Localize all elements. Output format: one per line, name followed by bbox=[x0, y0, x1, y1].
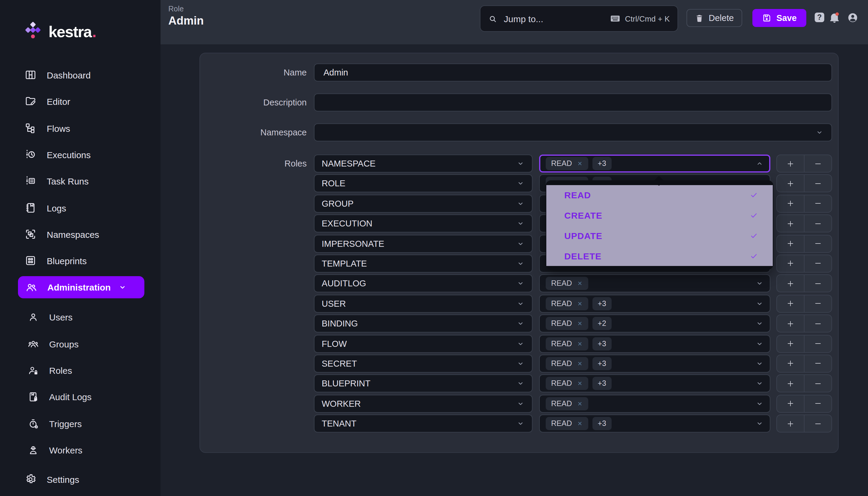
remove-row-button[interactable] bbox=[804, 195, 832, 212]
dropdown-option-create[interactable]: CREATE bbox=[546, 205, 773, 226]
remove-row-button[interactable] bbox=[804, 415, 832, 432]
remove-tag-icon[interactable] bbox=[577, 401, 583, 406]
sidebar-item-groups[interactable]: Groups bbox=[0, 333, 160, 355]
resource-select[interactable]: FLOW bbox=[314, 335, 532, 353]
resource-select[interactable]: TEMPLATE bbox=[314, 254, 532, 273]
sidebar-item-blueprints[interactable]: Blueprints bbox=[0, 250, 160, 272]
dropdown-option-update[interactable]: UPDATE bbox=[546, 226, 773, 246]
permissions-select[interactable]: READ+3 bbox=[539, 415, 770, 433]
help-icon[interactable]: ? bbox=[815, 13, 824, 22]
account-avatar-icon[interactable] bbox=[847, 12, 858, 24]
add-row-button[interactable] bbox=[777, 375, 804, 392]
sidebar-item-dashboard[interactable]: Dashboard bbox=[0, 64, 160, 86]
resource-select[interactable]: SECRET bbox=[314, 355, 532, 373]
add-row-button[interactable] bbox=[777, 355, 804, 372]
add-row-button[interactable] bbox=[777, 315, 804, 332]
remove-row-button[interactable] bbox=[804, 155, 832, 172]
resource-select[interactable]: AUDITLOG bbox=[314, 275, 532, 293]
permissions-select[interactable]: READ+3 bbox=[539, 355, 770, 373]
remove-row-button[interactable] bbox=[804, 395, 832, 412]
add-row-button[interactable] bbox=[777, 155, 804, 172]
sidebar-item-namespaces[interactable]: Namespaces bbox=[0, 223, 160, 245]
resource-select[interactable]: GROUP bbox=[314, 195, 532, 213]
chevron-down-icon bbox=[755, 279, 764, 288]
remove-tag-icon[interactable] bbox=[577, 341, 583, 346]
add-row-button[interactable] bbox=[777, 195, 804, 212]
add-row-button[interactable] bbox=[777, 235, 804, 252]
sidebar-item-triggers[interactable]: Triggers bbox=[0, 413, 160, 434]
permissions-select[interactable]: READ+3 bbox=[539, 375, 770, 393]
sidebar-item-flows[interactable]: Flows bbox=[0, 118, 160, 139]
permissions-select[interactable]: READ bbox=[539, 394, 770, 413]
permission-tag: READ bbox=[546, 417, 588, 430]
add-row-button[interactable] bbox=[777, 335, 804, 352]
folder-edit-icon bbox=[25, 95, 36, 107]
account-lock-icon bbox=[28, 365, 39, 376]
sidebar-item-editor[interactable]: Editor bbox=[0, 91, 160, 112]
dropdown-option-read[interactable]: READ bbox=[546, 185, 773, 205]
resource-select[interactable]: EXECUTION bbox=[314, 215, 532, 232]
permissions-select[interactable]: READ+3 bbox=[539, 294, 770, 312]
sidebar-item-executions[interactable]: Executions bbox=[0, 144, 160, 165]
remove-row-button[interactable] bbox=[804, 255, 832, 272]
permissions-select[interactable]: READ+3 bbox=[539, 335, 770, 353]
add-row-button[interactable] bbox=[777, 415, 804, 432]
remove-tag-icon[interactable] bbox=[577, 361, 583, 367]
notifications-bell-icon[interactable] bbox=[828, 11, 841, 24]
brand-dot: . bbox=[92, 22, 96, 41]
description-input[interactable] bbox=[322, 97, 824, 108]
remove-tag-icon[interactable] bbox=[577, 321, 583, 326]
sidebar-item-workers[interactable]: Workers bbox=[0, 439, 160, 461]
add-row-button[interactable] bbox=[777, 215, 804, 232]
resource-select[interactable]: TENANT bbox=[314, 415, 532, 433]
app-logo[interactable]: kestra. bbox=[23, 20, 96, 43]
roles-label: Roles bbox=[200, 155, 307, 172]
remove-row-button[interactable] bbox=[804, 295, 832, 312]
remove-row-button[interactable] bbox=[804, 375, 832, 392]
chevron-down-icon bbox=[755, 299, 764, 308]
remove-tag-icon[interactable] bbox=[577, 381, 583, 387]
sidebar-item-roles[interactable]: Roles bbox=[0, 359, 160, 381]
remove-tag-icon[interactable] bbox=[577, 160, 583, 167]
add-row-button[interactable] bbox=[777, 395, 804, 412]
remove-tag-icon[interactable] bbox=[577, 300, 583, 306]
permissions-select[interactable]: READ+2 bbox=[539, 314, 770, 332]
resource-select[interactable]: BLUEPRINT bbox=[314, 375, 532, 393]
resource-select[interactable]: BINDING bbox=[314, 314, 532, 332]
resource-select[interactable]: USER bbox=[314, 294, 532, 312]
sidebar-item-users[interactable]: Users bbox=[0, 306, 160, 328]
role-row-blueprint: BLUEPRINTREAD+3 bbox=[314, 375, 832, 393]
resource-select[interactable]: NAMESPACE bbox=[314, 155, 532, 172]
sidebar-item-task-runs[interactable]: Task Runs bbox=[0, 170, 160, 192]
search-input[interactable] bbox=[502, 13, 610, 24]
namespace-select[interactable] bbox=[314, 123, 832, 141]
save-button[interactable]: Save bbox=[753, 9, 806, 27]
add-row-button[interactable] bbox=[777, 175, 804, 192]
resource-select[interactable]: WORKER bbox=[314, 394, 532, 413]
add-row-button[interactable] bbox=[777, 295, 804, 312]
sidebar-item-audit-logs[interactable]: Audit Logs bbox=[0, 386, 160, 407]
sidebar-item-settings[interactable]: Settings bbox=[0, 468, 160, 490]
remove-row-button[interactable] bbox=[804, 355, 832, 372]
permissions-select[interactable]: READ bbox=[539, 275, 770, 293]
jump-to-search[interactable]: Ctrl/Cmd + K bbox=[480, 5, 678, 32]
remove-row-button[interactable] bbox=[804, 175, 832, 192]
chevron-down-icon bbox=[516, 219, 525, 228]
delete-button[interactable]: Delete bbox=[686, 9, 742, 27]
resource-select[interactable]: ROLE bbox=[314, 175, 532, 192]
resource-select[interactable]: IMPERSONATE bbox=[314, 234, 532, 252]
remove-row-button[interactable] bbox=[804, 275, 832, 292]
permissions-select[interactable]: READ+3 bbox=[539, 155, 770, 172]
dropdown-option-delete[interactable]: DELETE bbox=[546, 246, 773, 266]
sidebar-item-administration[interactable]: Administration bbox=[18, 276, 144, 298]
remove-tag-icon[interactable] bbox=[577, 420, 583, 427]
add-row-button[interactable] bbox=[777, 255, 804, 272]
sidebar-item-logs[interactable]: Logs bbox=[0, 197, 160, 219]
remove-row-button[interactable] bbox=[804, 315, 832, 332]
name-input[interactable] bbox=[322, 67, 824, 78]
remove-row-button[interactable] bbox=[804, 335, 832, 352]
remove-row-button[interactable] bbox=[804, 215, 832, 232]
add-row-button[interactable] bbox=[777, 275, 804, 292]
remove-tag-icon[interactable] bbox=[577, 281, 583, 286]
remove-row-button[interactable] bbox=[804, 235, 832, 252]
